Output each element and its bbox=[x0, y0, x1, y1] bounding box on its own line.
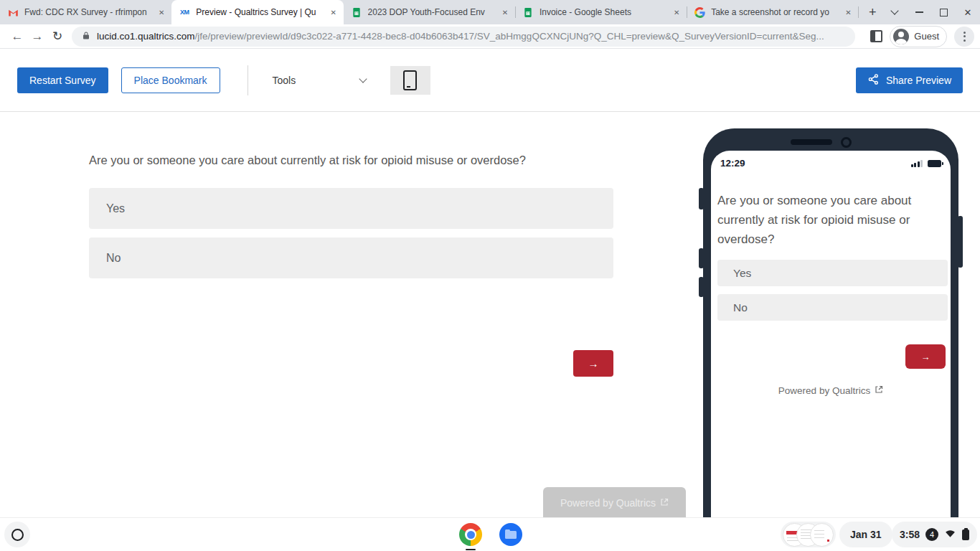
option-yes[interactable]: Yes bbox=[717, 260, 948, 286]
tab-sheets-dop[interactable]: 2023 DOP Youth-Focused Env ✕ bbox=[344, 0, 515, 24]
gmail-icon bbox=[7, 6, 19, 18]
close-window-button[interactable]: ✕ bbox=[956, 0, 980, 24]
notification-badge: 4 bbox=[925, 528, 938, 541]
date-label: Jan 31 bbox=[850, 529, 882, 540]
tools-label: Tools bbox=[273, 75, 296, 86]
restore-button[interactable] bbox=[931, 0, 956, 24]
tab-gmail[interactable]: Fwd: CDC RX Survey - rfrimpon ✕ bbox=[0, 0, 171, 24]
screenshot-thumbnail[interactable] bbox=[810, 523, 834, 547]
tab-qualtrics-preview[interactable]: XM Preview - Qualtrics Survey | Qu ✕ bbox=[171, 0, 343, 24]
phone-screen: 12:29 Are you or someone you care about … bbox=[711, 151, 951, 551]
tab-title: Invoice - Google Sheets bbox=[540, 7, 665, 17]
minimize-button[interactable] bbox=[907, 0, 931, 24]
lock-icon bbox=[82, 31, 90, 42]
wifi-icon bbox=[944, 528, 956, 542]
reload-button[interactable]: ↻ bbox=[47, 27, 67, 47]
phone-speaker bbox=[791, 139, 832, 145]
launcher-icon bbox=[11, 529, 24, 541]
share-icon bbox=[867, 73, 880, 88]
profile-label: Guest bbox=[914, 31, 939, 42]
profile-button[interactable]: Guest bbox=[890, 26, 947, 47]
tab-sheets-invoice[interactable]: Invoice - Google Sheets ✕ bbox=[515, 0, 687, 24]
tab-title: Take a screenshot or record yo bbox=[711, 7, 837, 17]
browser-menu-button[interactable] bbox=[954, 27, 974, 47]
share-preview-label: Share Preview bbox=[886, 75, 951, 86]
qualtrics-xm-icon: XM bbox=[179, 6, 190, 18]
back-button[interactable]: ← bbox=[7, 27, 27, 47]
clock-label: 3:58 bbox=[900, 529, 920, 540]
mobile-view-toggle[interactable] bbox=[390, 66, 430, 95]
url-bar[interactable]: lucid.co1.qualtrics.com/jfe/preview/prev… bbox=[72, 27, 855, 47]
powered-by-label: Powered by Qualtrics bbox=[560, 497, 656, 509]
new-tab-button[interactable]: + bbox=[862, 2, 882, 22]
tab-close-icon[interactable]: ✕ bbox=[671, 6, 682, 18]
avatar bbox=[893, 29, 909, 44]
powered-by-qualtrics-link[interactable]: Powered by Qualtrics bbox=[711, 385, 951, 396]
files-app-icon[interactable] bbox=[499, 523, 522, 546]
tab-title: 2023 DOP Youth-Focused Env bbox=[368, 7, 494, 17]
tab-search-chevron-icon[interactable] bbox=[882, 0, 907, 24]
option-yes[interactable]: Yes bbox=[89, 188, 613, 229]
survey-question: Are you or someone you care about curren… bbox=[717, 191, 928, 249]
signal-icon bbox=[911, 160, 923, 167]
tab-close-icon[interactable]: ✕ bbox=[499, 6, 511, 18]
side-panel-icon[interactable] bbox=[870, 30, 882, 42]
tab-close-icon[interactable]: ✕ bbox=[328, 6, 339, 18]
option-no[interactable]: No bbox=[717, 294, 948, 321]
survey-question: Are you or someone you care about curren… bbox=[89, 152, 649, 168]
chromeos-desktop: Fwd: CDC RX Survey - rfrimpon ✕ XM Previ… bbox=[0, 0, 980, 551]
tab-close-icon[interactable]: ✕ bbox=[156, 6, 167, 18]
battery-icon bbox=[962, 529, 969, 540]
preview-toolbar: Restart Survey Place Bookmark Tools Shar… bbox=[0, 49, 980, 112]
place-bookmark-button[interactable]: Place Bookmark bbox=[121, 67, 220, 93]
window-controls: ✕ bbox=[882, 0, 980, 24]
share-preview-button[interactable]: Share Preview bbox=[856, 67, 963, 93]
google-sheets-icon bbox=[351, 6, 362, 18]
tab-title: Preview - Qualtrics Survey | Qu bbox=[196, 7, 321, 17]
toolbar-divider bbox=[248, 65, 248, 95]
external-link-icon bbox=[660, 497, 669, 509]
google-sheets-icon bbox=[522, 6, 534, 18]
shelf: Jan 31 3:58 4 bbox=[0, 517, 980, 551]
phone-camera bbox=[841, 137, 852, 148]
tab-strip: Fwd: CDC RX Survey - rfrimpon ✕ XM Previ… bbox=[0, 0, 980, 24]
status-tray[interactable]: 3:58 4 bbox=[892, 522, 977, 547]
holding-space-tote[interactable] bbox=[781, 522, 836, 547]
url-domain: lucid.co1.qualtrics.com bbox=[97, 31, 195, 42]
option-no[interactable]: No bbox=[89, 237, 613, 278]
next-button[interactable]: → bbox=[905, 344, 946, 369]
mobile-phone-icon bbox=[403, 70, 417, 90]
phone-side-button bbox=[699, 188, 704, 209]
tools-dropdown[interactable]: Tools bbox=[267, 75, 372, 86]
folder-icon bbox=[505, 531, 517, 539]
google-icon bbox=[694, 6, 705, 18]
chevron-down-icon bbox=[359, 75, 367, 83]
browser-toolbar: ← → ↻ lucid.co1.qualtrics.com/jfe/previe… bbox=[0, 24, 980, 49]
calendar-date-pill[interactable]: Jan 31 bbox=[839, 522, 892, 547]
battery-icon bbox=[928, 160, 941, 167]
restart-survey-button[interactable]: Restart Survey bbox=[17, 67, 108, 93]
tab-google-search[interactable]: Take a screenshot or record yo ✕ bbox=[687, 0, 858, 24]
forward-button[interactable]: → bbox=[27, 27, 47, 47]
powered-by-label: Powered by Qualtrics bbox=[778, 385, 870, 396]
chrome-app-icon[interactable] bbox=[459, 523, 482, 546]
tab-close-icon[interactable]: ✕ bbox=[842, 6, 854, 18]
next-button[interactable]: → bbox=[573, 350, 613, 377]
phone-mockup: 12:29 Are you or someone you care about … bbox=[703, 128, 958, 551]
launcher-button[interactable] bbox=[4, 522, 30, 547]
external-link-icon bbox=[875, 385, 883, 396]
url-path: /jfe/preview/previewId/d9c3c022-a771-442… bbox=[195, 31, 824, 42]
chrome-running-indicator bbox=[466, 549, 476, 551]
phone-side-button bbox=[958, 216, 963, 268]
phone-side-button bbox=[699, 248, 704, 268]
phone-side-button bbox=[699, 277, 704, 297]
tab-title: Fwd: CDC RX Survey - rfrimpon bbox=[24, 7, 150, 17]
phone-status-time: 12:29 bbox=[720, 158, 745, 169]
